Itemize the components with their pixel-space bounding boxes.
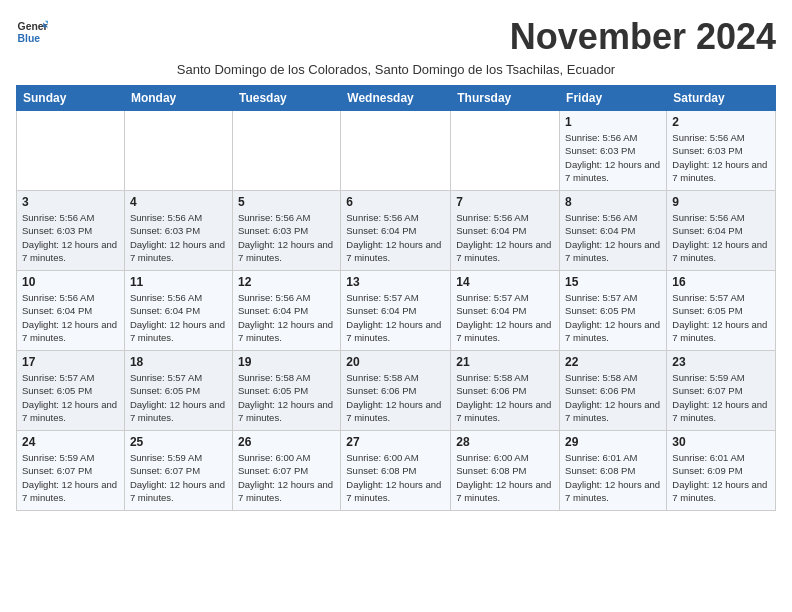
calendar-cell: 16Sunrise: 5:57 AM Sunset: 6:05 PM Dayli… [667,271,776,351]
calendar-body: 1Sunrise: 5:56 AM Sunset: 6:03 PM Daylig… [17,111,776,511]
calendar-cell: 17Sunrise: 5:57 AM Sunset: 6:05 PM Dayli… [17,351,125,431]
day-number: 10 [22,275,119,289]
calendar-cell: 9Sunrise: 5:56 AM Sunset: 6:04 PM Daylig… [667,191,776,271]
calendar-cell [124,111,232,191]
logo: General Blue [16,16,48,48]
calendar-cell: 15Sunrise: 5:57 AM Sunset: 6:05 PM Dayli… [560,271,667,351]
calendar-cell: 7Sunrise: 5:56 AM Sunset: 6:04 PM Daylig… [451,191,560,271]
calendar-cell: 1Sunrise: 5:56 AM Sunset: 6:03 PM Daylig… [560,111,667,191]
calendar-cell [451,111,560,191]
day-number: 16 [672,275,770,289]
day-number: 8 [565,195,661,209]
day-info: Sunrise: 5:57 AM Sunset: 6:04 PM Dayligh… [346,291,445,344]
day-info: Sunrise: 5:58 AM Sunset: 6:06 PM Dayligh… [565,371,661,424]
day-info: Sunrise: 5:59 AM Sunset: 6:07 PM Dayligh… [672,371,770,424]
day-of-week-wednesday: Wednesday [341,86,451,111]
week-row-5: 24Sunrise: 5:59 AM Sunset: 6:07 PM Dayli… [17,431,776,511]
day-info: Sunrise: 5:56 AM Sunset: 6:04 PM Dayligh… [238,291,335,344]
day-info: Sunrise: 6:01 AM Sunset: 6:09 PM Dayligh… [672,451,770,504]
day-info: Sunrise: 5:56 AM Sunset: 6:03 PM Dayligh… [672,131,770,184]
day-number: 27 [346,435,445,449]
calendar-cell: 5Sunrise: 5:56 AM Sunset: 6:03 PM Daylig… [232,191,340,271]
day-info: Sunrise: 5:59 AM Sunset: 6:07 PM Dayligh… [130,451,227,504]
calendar-cell: 10Sunrise: 5:56 AM Sunset: 6:04 PM Dayli… [17,271,125,351]
day-info: Sunrise: 5:58 AM Sunset: 6:06 PM Dayligh… [456,371,554,424]
day-number: 12 [238,275,335,289]
day-info: Sunrise: 5:57 AM Sunset: 6:05 PM Dayligh… [130,371,227,424]
day-number: 30 [672,435,770,449]
day-number: 19 [238,355,335,369]
header: General Blue November 2024 [16,16,776,58]
svg-text:Blue: Blue [18,33,41,44]
calendar-cell: 24Sunrise: 5:59 AM Sunset: 6:07 PM Dayli… [17,431,125,511]
day-of-week-monday: Monday [124,86,232,111]
day-info: Sunrise: 6:00 AM Sunset: 6:08 PM Dayligh… [346,451,445,504]
day-info: Sunrise: 5:56 AM Sunset: 6:04 PM Dayligh… [130,291,227,344]
day-number: 22 [565,355,661,369]
day-info: Sunrise: 5:58 AM Sunset: 6:06 PM Dayligh… [346,371,445,424]
day-number: 9 [672,195,770,209]
day-number: 17 [22,355,119,369]
week-row-2: 3Sunrise: 5:56 AM Sunset: 6:03 PM Daylig… [17,191,776,271]
calendar-cell [17,111,125,191]
day-number: 26 [238,435,335,449]
day-number: 29 [565,435,661,449]
day-info: Sunrise: 5:56 AM Sunset: 6:03 PM Dayligh… [22,211,119,264]
day-number: 2 [672,115,770,129]
calendar-cell [232,111,340,191]
calendar-cell: 12Sunrise: 5:56 AM Sunset: 6:04 PM Dayli… [232,271,340,351]
day-info: Sunrise: 5:57 AM Sunset: 6:05 PM Dayligh… [22,371,119,424]
calendar-cell: 6Sunrise: 5:56 AM Sunset: 6:04 PM Daylig… [341,191,451,271]
day-number: 5 [238,195,335,209]
calendar-cell: 20Sunrise: 5:58 AM Sunset: 6:06 PM Dayli… [341,351,451,431]
calendar-header: SundayMondayTuesdayWednesdayThursdayFrid… [17,86,776,111]
day-number: 21 [456,355,554,369]
calendar-cell: 22Sunrise: 5:58 AM Sunset: 6:06 PM Dayli… [560,351,667,431]
calendar-cell: 29Sunrise: 6:01 AM Sunset: 6:08 PM Dayli… [560,431,667,511]
calendar-cell [341,111,451,191]
week-row-1: 1Sunrise: 5:56 AM Sunset: 6:03 PM Daylig… [17,111,776,191]
logo-icon: General Blue [16,16,48,48]
day-info: Sunrise: 5:58 AM Sunset: 6:05 PM Dayligh… [238,371,335,424]
calendar-cell: 27Sunrise: 6:00 AM Sunset: 6:08 PM Dayli… [341,431,451,511]
calendar-cell: 25Sunrise: 5:59 AM Sunset: 6:07 PM Dayli… [124,431,232,511]
calendar-cell: 3Sunrise: 5:56 AM Sunset: 6:03 PM Daylig… [17,191,125,271]
day-info: Sunrise: 5:56 AM Sunset: 6:03 PM Dayligh… [238,211,335,264]
day-number: 7 [456,195,554,209]
day-info: Sunrise: 5:56 AM Sunset: 6:04 PM Dayligh… [22,291,119,344]
subtitle: Santo Domingo de los Colorados, Santo Do… [16,62,776,77]
calendar-cell: 14Sunrise: 5:57 AM Sunset: 6:04 PM Dayli… [451,271,560,351]
day-of-week-thursday: Thursday [451,86,560,111]
day-info: Sunrise: 5:56 AM Sunset: 6:04 PM Dayligh… [565,211,661,264]
day-info: Sunrise: 6:00 AM Sunset: 6:08 PM Dayligh… [456,451,554,504]
day-info: Sunrise: 5:56 AM Sunset: 6:03 PM Dayligh… [130,211,227,264]
day-info: Sunrise: 5:56 AM Sunset: 6:04 PM Dayligh… [456,211,554,264]
day-info: Sunrise: 5:56 AM Sunset: 6:04 PM Dayligh… [346,211,445,264]
day-info: Sunrise: 5:56 AM Sunset: 6:03 PM Dayligh… [565,131,661,184]
day-number: 1 [565,115,661,129]
week-row-3: 10Sunrise: 5:56 AM Sunset: 6:04 PM Dayli… [17,271,776,351]
day-info: Sunrise: 5:57 AM Sunset: 6:05 PM Dayligh… [565,291,661,344]
month-title: November 2024 [510,16,776,58]
calendar-cell: 23Sunrise: 5:59 AM Sunset: 6:07 PM Dayli… [667,351,776,431]
day-number: 18 [130,355,227,369]
day-number: 25 [130,435,227,449]
day-info: Sunrise: 5:57 AM Sunset: 6:04 PM Dayligh… [456,291,554,344]
day-number: 13 [346,275,445,289]
day-info: Sunrise: 5:56 AM Sunset: 6:04 PM Dayligh… [672,211,770,264]
calendar-cell: 2Sunrise: 5:56 AM Sunset: 6:03 PM Daylig… [667,111,776,191]
calendar-table: SundayMondayTuesdayWednesdayThursdayFrid… [16,85,776,511]
day-of-week-friday: Friday [560,86,667,111]
calendar-cell: 8Sunrise: 5:56 AM Sunset: 6:04 PM Daylig… [560,191,667,271]
day-number: 23 [672,355,770,369]
day-info: Sunrise: 5:57 AM Sunset: 6:05 PM Dayligh… [672,291,770,344]
day-info: Sunrise: 5:59 AM Sunset: 6:07 PM Dayligh… [22,451,119,504]
day-number: 20 [346,355,445,369]
day-info: Sunrise: 6:00 AM Sunset: 6:07 PM Dayligh… [238,451,335,504]
calendar-cell: 11Sunrise: 5:56 AM Sunset: 6:04 PM Dayli… [124,271,232,351]
calendar-cell: 26Sunrise: 6:00 AM Sunset: 6:07 PM Dayli… [232,431,340,511]
calendar-cell: 28Sunrise: 6:00 AM Sunset: 6:08 PM Dayli… [451,431,560,511]
calendar-cell: 13Sunrise: 5:57 AM Sunset: 6:04 PM Dayli… [341,271,451,351]
day-of-week-saturday: Saturday [667,86,776,111]
week-row-4: 17Sunrise: 5:57 AM Sunset: 6:05 PM Dayli… [17,351,776,431]
